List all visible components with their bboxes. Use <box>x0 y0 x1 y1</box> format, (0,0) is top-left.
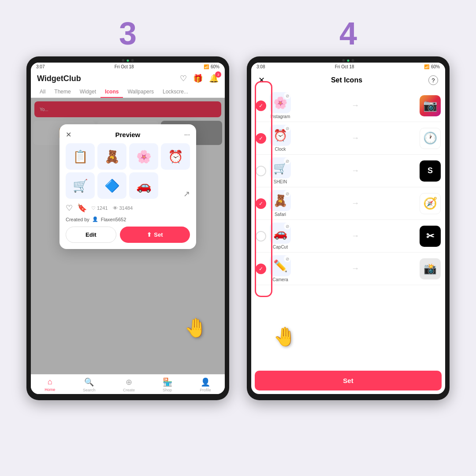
bottom-nav-3: ⌂ Home 🔍 Search ⊕ Create 🏪 Shop <box>31 374 225 394</box>
status-date-3: Fri Oct 18 <box>115 64 134 69</box>
nav-shop[interactable]: 🏪 Shop <box>163 377 172 392</box>
set-icons-header: ✕ Set Icons ? <box>251 71 445 89</box>
arrow-capcut: → <box>294 231 416 241</box>
tab-icons[interactable]: Icons <box>100 86 123 97</box>
nav-profile[interactable]: 👤 Profile <box>200 377 211 392</box>
nav-search[interactable]: 🔍 Search <box>83 377 96 392</box>
main-container: 3 3:07 Fri Oct 18 📶 60% <box>0 0 476 476</box>
icon-list: ✓ 🌸 ⊘ Instagram → 📷 <box>251 89 445 367</box>
modal-close-btn[interactable]: ✕ <box>66 130 71 139</box>
check-camera[interactable]: ✓ <box>256 264 266 274</box>
app-logo: WidgetClub <box>37 74 81 83</box>
notification-badge: 3 <box>215 71 221 78</box>
status-bar-3: 3:07 Fri Oct 18 📶 60% <box>31 63 225 71</box>
created-by-label: Created by <box>66 217 89 222</box>
wifi-icon-3: 📶 <box>204 64 209 69</box>
check-safari[interactable]: ✓ <box>256 198 266 209</box>
after-camera: 📸 <box>420 258 441 279</box>
heart-nav-icon[interactable]: ♡ <box>180 74 187 83</box>
search-nav-icon: 🔍 <box>84 377 94 387</box>
preview-modal: ✕ Preview ··· 📋 🧸 🌸 ⏰ 🛒 🔷 <box>60 124 196 249</box>
close-icon[interactable]: ✕ <box>258 75 265 85</box>
nav-create[interactable]: ⊕ Create <box>123 377 135 392</box>
ipad4-screen: 3:08 Fri Oct 18 📶 60% ✕ Set Icons ? <box>251 63 445 394</box>
modal-header: ✕ Preview ··· <box>66 130 190 139</box>
likes-count: 1241 <box>97 205 108 211</box>
status-date-4: Fri Oct 18 <box>335 64 354 69</box>
set-button[interactable]: ⬆ Set <box>120 227 190 243</box>
list-item-capcut: 🚗 ⊘ CapCut → ✂ <box>256 220 441 253</box>
check-shein[interactable] <box>256 166 266 176</box>
set-icons-button[interactable]: Set <box>255 371 442 390</box>
modal-heart-icon[interactable]: ♡ <box>66 203 73 213</box>
creator-name: Flaxen5652 <box>101 217 126 222</box>
icon-cell-6: 🔷 <box>97 172 126 199</box>
arrow-clock: → <box>294 134 416 143</box>
list-item-clock: ✓ ⏰ ⊘ Clock → 🕐 <box>256 122 441 155</box>
profile-icon: 👤 <box>201 377 210 387</box>
ipad-step3: 3:07 Fri Oct 18 📶 60% WidgetClub ♡ 🎁 🔔 <box>26 56 229 400</box>
ipad-step4: 3:08 Fri Oct 18 📶 60% ✕ Set Icons ? <box>247 56 450 400</box>
before-camera: ✏️ ⊘ Camera <box>270 255 291 282</box>
modal-bookmark-icon[interactable]: 🔖 <box>77 203 87 213</box>
arrow-shein: → <box>294 166 416 175</box>
tab-theme[interactable]: Theme <box>50 86 75 97</box>
set-label: Set <box>154 231 163 238</box>
status-bar-4: 3:08 Fri Oct 18 📶 60% <box>251 63 445 71</box>
nav-home[interactable]: ⌂ Home <box>45 377 55 392</box>
modal-actions: ♡ 🔖 ♡ 1241 👁 31484 <box>66 203 190 213</box>
ipad3-screen: 3:07 Fri Oct 18 📶 60% WidgetClub ♡ 🎁 🔔 <box>31 63 225 394</box>
after-instagram: 📷 <box>420 95 441 116</box>
icon-cell-7: 🚗 <box>129 172 158 199</box>
before-shein: 🛒 ⊘ SHEIN <box>270 157 291 184</box>
help-icon[interactable]: ? <box>428 75 438 85</box>
icon-cell-expand[interactable]: ↗ <box>161 172 190 199</box>
created-row: Created by 👤 Flaxen5652 <box>66 216 190 222</box>
after-safari: 🧭 <box>420 193 441 214</box>
arrow-camera: → <box>294 264 416 273</box>
edit-button[interactable]: Edit <box>66 227 116 243</box>
icon-cell-4: ⏰ <box>161 143 190 170</box>
likes-stat: ♡ 1241 <box>91 205 108 211</box>
bell-icon[interactable]: 🔔 3 <box>209 74 219 83</box>
tab-widget[interactable]: Widget <box>75 86 100 97</box>
icon-grid: 📋 🧸 🌸 ⏰ 🛒 🔷 🚗 ↗ <box>66 143 190 199</box>
icon-cell-5: 🛒 <box>66 172 95 199</box>
check-clock[interactable]: ✓ <box>256 133 266 144</box>
person-icon: 👤 <box>92 216 98 222</box>
set-icons-title: Set Icons <box>331 76 362 84</box>
home-icon: ⌂ <box>48 377 52 387</box>
step3-container: 3 3:07 Fri Oct 18 📶 60% <box>18 18 238 400</box>
tab-wallpapers[interactable]: Wallpapers <box>123 86 158 97</box>
gift-icon[interactable]: 🎁 <box>193 74 203 83</box>
modal-more-btn[interactable]: ··· <box>184 131 190 139</box>
views-stat: 👁 31484 <box>113 205 133 211</box>
icon-cell-3: 🌸 <box>129 143 158 170</box>
stats-row: ♡ 1241 👁 31484 <box>91 205 133 211</box>
icon-cell-2: 🧸 <box>97 143 126 170</box>
after-clock: 🕐 <box>420 128 441 149</box>
list-item-shein: 🛒 ⊘ SHEIN → S <box>256 155 441 187</box>
set-icon: ⬆ <box>147 231 152 238</box>
shop-icon: 🏪 <box>163 377 172 387</box>
list-item-instagram: ✓ 🌸 ⊘ Instagram → 📷 <box>256 89 441 122</box>
check-instagram[interactable]: ✓ <box>256 100 266 111</box>
tab-lockscreen[interactable]: Lockscre... <box>158 86 193 97</box>
modal-overlay: ✕ Preview ··· 📋 🧸 🌸 ⏰ 🛒 🔷 <box>31 98 225 374</box>
tab-all[interactable]: All <box>35 86 50 97</box>
status-time-3: 3:07 <box>36 64 45 69</box>
step4-container: 4 3:08 Fri Oct 18 📶 60% <box>238 18 458 400</box>
step4-number: 4 <box>339 18 357 49</box>
app-content-3: Yo... ▶️ 🎀 ♪ ✕ Preview <box>31 98 225 374</box>
arrow-instagram: → <box>294 101 416 110</box>
modal-buttons: Edit ⬆ Set <box>66 227 190 243</box>
app-header-3: WidgetClub ♡ 🎁 🔔 3 <box>31 71 225 86</box>
create-icon: ⊕ <box>126 377 132 387</box>
after-shein: S <box>420 160 441 182</box>
check-capcut[interactable] <box>256 231 266 242</box>
before-safari: 🧸 ⊘ Safari <box>270 190 291 217</box>
list-item-safari: ✓ 🧸 ⊘ Safari → 🧭 <box>256 187 441 220</box>
wifi-icon-4: 📶 <box>424 64 429 69</box>
nav-tabs: All Theme Widget Icons Wallpapers Locksc… <box>31 86 225 98</box>
modal-title: Preview <box>115 131 140 138</box>
